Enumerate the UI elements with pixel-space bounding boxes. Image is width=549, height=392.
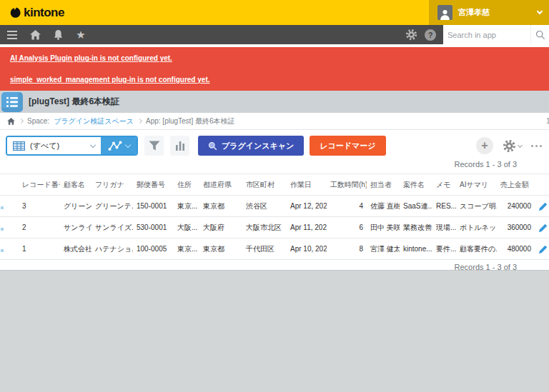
page-background (0, 270, 549, 392)
breadcrumb-separator-icon (137, 119, 142, 124)
breadcrumb-home-icon[interactable] (7, 118, 15, 125)
breadcrumb-app-label: App: [plugTest] 最終6本検証 (146, 116, 235, 126)
table-header-row: レコード番号 顧客名 フリガナ 郵便番号 住所 都道府県 市区町村 作業日 工数… (0, 174, 549, 196)
cell-zip: 100-0005 (133, 238, 174, 260)
cell-city: 大阪市北区 (242, 217, 287, 238)
filter-button[interactable] (144, 136, 164, 156)
cell-prefecture: 大阪府 (199, 217, 242, 238)
cell-city: 千代田区 (242, 238, 287, 260)
user-name: 宮澤孝慈 (458, 7, 532, 18)
cell-ai-summary: ボトルネッ... (456, 217, 497, 238)
cell-record-number: 2 (19, 217, 60, 238)
cell-ai-summary: スコープ明... (456, 196, 497, 217)
records-count-bottom: Records 1 - 3 of 3 (0, 263, 549, 271)
cell-furigana: ハテナショ... (92, 238, 133, 260)
cell-assignee: 宮澤 健太 (367, 238, 400, 260)
home-icon[interactable] (29, 29, 41, 41)
cell-hours: 4 (327, 196, 367, 217)
cell-project: SaaS連... (400, 196, 432, 217)
record-merge-button[interactable]: レコードマージ (310, 136, 385, 156)
search-icon[interactable] (530, 25, 549, 44)
plugin-scan-button[interactable]: プラグインスキャン (198, 136, 304, 156)
chevron-down-icon (90, 141, 96, 147)
kintone-leaf-icon (10, 7, 21, 18)
column-header: 顧客名 (60, 174, 92, 196)
plugin-alert-banner: AI Analysis Plugin plug-in is not config… (0, 47, 549, 91)
cell-furigana: サンライズ... (92, 217, 133, 238)
search-input[interactable] (443, 31, 530, 39)
cell-work-date: Apr 12, 2026 (287, 196, 327, 217)
cell-memo: 現場... (432, 217, 456, 238)
cell-work-date: Apr 10, 2026 (287, 238, 327, 260)
column-header: 案件名 (400, 174, 432, 196)
user-avatar-icon (437, 5, 452, 20)
favorites-star-icon[interactable]: ★ (74, 29, 87, 41)
table-row: 3 グリーン... グリーンテ... 150-0001 東京... 東京都 渋谷… (0, 196, 549, 217)
cell-assignee: 田中 美咲 (367, 217, 400, 238)
column-header: メモ (432, 174, 456, 196)
edit-record-button[interactable] (538, 244, 548, 254)
cell-city: 渋谷区 (242, 196, 287, 217)
cell-customer: 株式会社... (60, 238, 92, 260)
table-row: 1 株式会社... ハテナショ... 100-0005 東京... 東京都 千代… (0, 238, 549, 260)
app-settings-button[interactable] (503, 139, 522, 153)
help-icon[interactable]: ? (425, 29, 436, 41)
column-header: レコード番号 (19, 174, 60, 196)
cell-furigana: グリーンテ... (92, 196, 133, 217)
breadcrumb-space-label: Space: (27, 117, 49, 125)
user-menu[interactable]: 宮澤孝慈 (429, 0, 549, 25)
column-header: 作業日 (287, 174, 327, 196)
global-navbar: ★ ? (0, 25, 549, 44)
cell-zip: 530-0001 (133, 217, 174, 238)
view-toolbar: (すべて) プラグインスキャン レコードマージ + (0, 130, 549, 156)
cell-ai-summary: 顧客要件の... (456, 238, 497, 260)
kintone-logo[interactable]: kintone (0, 6, 64, 20)
column-header: 住所 (174, 174, 199, 196)
graph-view-button[interactable] (101, 137, 137, 154)
alert-link-simple-worked[interactable]: simple_worked_management plug-in is not … (10, 76, 539, 84)
settings-gear-icon[interactable] (405, 29, 417, 41)
menu-icon[interactable] (6, 29, 19, 41)
breadcrumb-separator-icon (19, 119, 24, 124)
column-header: 担当者 (367, 174, 400, 196)
cell-customer: グリーン... (60, 196, 92, 217)
view-selector-label: (すべて) (30, 141, 86, 151)
cell-memo: 要件... (432, 238, 456, 260)
cell-record-number: 3 (19, 196, 60, 217)
column-header-icon (0, 174, 19, 196)
column-header: 売上金額 (497, 174, 535, 196)
column-header: フリガナ (92, 174, 133, 196)
edit-record-button[interactable] (538, 223, 548, 233)
view-selector[interactable]: (すべて) (7, 137, 101, 154)
record-list-view: (すべて) プラグインスキャン レコードマージ + (0, 130, 549, 270)
cell-sales: 360000 (497, 217, 535, 238)
cell-address: 東京... (174, 238, 199, 260)
logo-text: kintone (24, 6, 64, 20)
edit-record-button[interactable] (538, 201, 548, 211)
alert-link-ai-analysis[interactable]: AI Analysis Plugin plug-in is not config… (10, 54, 539, 62)
app-icon[interactable] (1, 92, 23, 112)
app-title-bar: [plugTest] 最終6本検証 (0, 91, 549, 113)
chevron-down-icon (537, 9, 543, 14)
notification-bell-icon[interactable] (51, 29, 64, 41)
chart-button[interactable] (170, 136, 189, 156)
table-row: 2 サンライ... サンライズ... 530-0001 大阪... 大阪府 大阪… (0, 217, 549, 238)
column-header: AIサマリ (456, 174, 497, 196)
record-merge-label: レコードマージ (320, 141, 375, 151)
more-options-button[interactable] (531, 145, 543, 147)
cell-hours: 6 (327, 217, 367, 238)
cell-address: 東京... (174, 196, 199, 217)
breadcrumb-space-link[interactable]: プラグイン検証スペース (54, 116, 134, 126)
cell-project: 業務改善... (400, 217, 432, 238)
column-header-edit (535, 174, 549, 196)
cell-prefecture: 東京都 (199, 238, 242, 260)
collapsed-panel-edge: 1 (546, 117, 549, 126)
cell-assignee: 佐藤 直樹 (367, 196, 400, 217)
records-count-top: Records 1 - 3 of 3 (0, 160, 549, 169)
add-record-button[interactable]: + (476, 137, 493, 154)
cell-hours: 8 (327, 238, 367, 260)
cell-customer: サンライ... (60, 217, 92, 238)
column-header: 市区町村 (242, 174, 287, 196)
cell-prefecture: 東京都 (199, 196, 242, 217)
plugin-scan-label: プラグインスキャン (222, 141, 294, 151)
